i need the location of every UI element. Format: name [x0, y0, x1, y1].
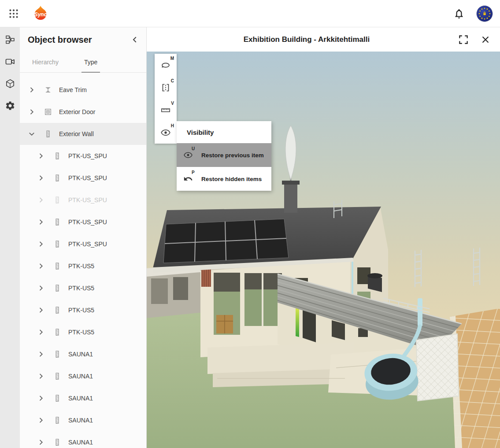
wall-icon: [53, 240, 62, 248]
tree-item-label: PTK-US_SPU: [68, 152, 107, 159]
menu-item-label: Restore previous item: [201, 152, 264, 159]
notifications-bell-icon[interactable]: [453, 8, 476, 19]
tree-item-label: PTK-US5: [68, 263, 94, 270]
cube-3d-icon[interactable]: [5, 78, 15, 89]
tree-item-label: PTK-US_SPU: [68, 241, 107, 248]
object-browser-header: Object browser: [20, 27, 146, 52]
user-avatar[interactable]: [476, 5, 493, 22]
wall-icon: [44, 130, 52, 138]
tree-item-label: PTK-US_SPU: [68, 218, 107, 226]
clip-tool-button[interactable]: C: [155, 76, 177, 99]
tab-hierarchy[interactable]: Hierarchy: [31, 52, 59, 72]
logo-text: Sync: [34, 11, 47, 18]
chevron-right-icon[interactable]: [36, 195, 46, 205]
tab-type[interactable]: Type: [83, 52, 98, 72]
tree-item[interactable]: PTK-US5: [20, 321, 146, 343]
chevron-right-icon[interactable]: [36, 415, 46, 425]
chevron-right-icon[interactable]: [36, 239, 46, 249]
tree-item[interactable]: PTK-US5: [20, 299, 146, 321]
chevron-right-icon[interactable]: [36, 393, 46, 403]
tree-item[interactable]: SAUNA1: [20, 365, 146, 387]
viewport-canvas: M C V H: [147, 52, 500, 448]
tree-item[interactable]: SAUNA1: [20, 387, 146, 409]
tree-item-label: SAUNA1: [68, 395, 93, 402]
model-tree-icon[interactable]: [5, 34, 15, 45]
tree-item[interactable]: PTK-US_SPU: [20, 211, 146, 233]
sync-logo[interactable]: Sync: [32, 5, 49, 22]
model-viewport: Exhibition Building - Arkkitehtimalli: [147, 27, 500, 448]
left-icon-rail: [0, 27, 20, 448]
chevron-right-icon[interactable]: [36, 437, 46, 447]
object-tree: Eave Trim Exterior Door Exterior Wall PT…: [20, 73, 146, 448]
eave-trim-icon: [44, 85, 52, 94]
tree-item[interactable]: Eave Trim: [20, 79, 146, 101]
tree-item[interactable]: Exterior Door: [20, 101, 146, 123]
chevron-right-icon[interactable]: [36, 151, 46, 161]
wall-icon: [53, 372, 62, 381]
chevron-right-icon[interactable]: [36, 283, 46, 293]
wall-icon: [53, 438, 62, 447]
undo-icon: [183, 174, 193, 184]
measure-icon: [160, 105, 171, 115]
shortcut-key: H: [171, 123, 174, 128]
restore-previous-item-button[interactable]: U Restore previous item: [177, 143, 271, 167]
wall-icon: [53, 394, 62, 403]
clip-plane-icon: [160, 82, 171, 93]
chevron-right-icon[interactable]: [36, 371, 46, 381]
chevron-right-icon[interactable]: [36, 305, 46, 315]
tree-item[interactable]: PTK-US5: [20, 255, 146, 277]
shortcut-key: C: [171, 78, 174, 83]
close-icon[interactable]: [480, 34, 491, 45]
wall-icon: [53, 416, 62, 425]
eye-icon: [183, 150, 193, 160]
wall-icon: [53, 328, 62, 337]
tree-item[interactable]: PTK-US_SPU: [20, 233, 146, 255]
eye-icon: [160, 127, 171, 138]
chevron-right-icon[interactable]: [36, 349, 46, 359]
wall-icon: [53, 174, 62, 182]
tree-item[interactable]: SAUNA1: [20, 343, 146, 365]
3d-scene[interactable]: [147, 52, 500, 448]
gear-icon[interactable]: [5, 100, 15, 111]
tree-item-label: PTK-US5: [68, 329, 94, 336]
collapse-panel-icon[interactable]: [130, 34, 140, 45]
shortcut-key: P: [192, 170, 195, 175]
restore-hidden-items-button[interactable]: P Restore hidden items: [177, 167, 271, 191]
measure-tool-button[interactable]: V: [155, 99, 177, 121]
tree-item[interactable]: SAUNA1: [20, 409, 146, 431]
orbit-tool-button[interactable]: M: [155, 54, 177, 76]
tree-item-label: PTK-US_SPU: [68, 196, 107, 204]
tree-item-label: SAUNA1: [68, 351, 93, 358]
visibility-tool-button[interactable]: H: [155, 121, 177, 144]
wall-icon: [53, 196, 62, 204]
video-camera-icon[interactable]: [5, 56, 15, 67]
wall-icon: [53, 152, 62, 160]
chevron-down-icon[interactable]: [27, 129, 37, 139]
tree-item[interactable]: SAUNA1: [20, 431, 146, 448]
tree-item-hidden[interactable]: PTK-US_SPU: [20, 189, 146, 211]
tree-item-label: PTK-US5: [68, 307, 94, 314]
panel-title: Object browser: [28, 35, 92, 45]
chevron-right-icon[interactable]: [36, 173, 46, 183]
chevron-right-icon[interactable]: [36, 217, 46, 227]
fullscreen-icon[interactable]: [458, 34, 469, 45]
shortcut-key: M: [170, 56, 174, 61]
chevron-right-icon[interactable]: [36, 261, 46, 271]
menu-item-label: Restore hidden items: [201, 176, 262, 182]
topbar: Sync: [0, 0, 500, 27]
wall-icon: [53, 218, 62, 226]
chevron-right-icon[interactable]: [27, 85, 37, 95]
chevron-right-icon[interactable]: [27, 107, 37, 117]
tree-item[interactable]: PTK-US5: [20, 277, 146, 299]
tree-item[interactable]: PTK-US_SPU: [20, 145, 146, 167]
tree-item-label: SAUNA1: [68, 439, 93, 446]
chevron-right-icon[interactable]: [36, 327, 46, 337]
object-browser-panel: Object browser Hierarchy Type Eave Trim …: [20, 27, 147, 448]
tree-item-selected[interactable]: Exterior Wall: [20, 123, 146, 145]
viewer-toolbar: M C V H: [155, 54, 177, 144]
wall-icon: [53, 306, 62, 315]
viewport-header: Exhibition Building - Arkkitehtimalli: [147, 27, 500, 52]
apps-grid-icon[interactable]: [8, 8, 19, 19]
tree-item[interactable]: PTK-US_SPU: [20, 167, 146, 189]
tree-item-label: Exterior Wall: [59, 130, 94, 137]
